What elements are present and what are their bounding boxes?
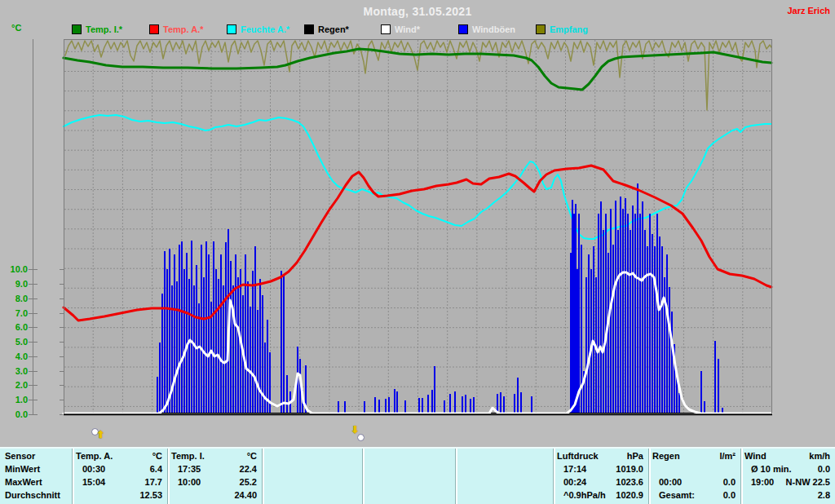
table-cell: 17:3522.4	[171, 464, 257, 474]
cell-label: Temp. A.	[76, 451, 113, 461]
y-tick-label: 5.0	[0, 337, 28, 347]
legend-label: Feuchte A.*	[241, 24, 289, 34]
table-cell: Regenl/m²	[652, 451, 736, 461]
table-cell: Temp. I.°C	[171, 451, 257, 461]
table-column-divider	[740, 449, 743, 504]
y-tick-label: 10.0	[0, 264, 28, 274]
table-column-divider	[72, 449, 74, 504]
y-tick-label: 6.0	[0, 322, 28, 332]
legend-item-tempa: Temp. A.*	[149, 24, 204, 34]
legend-label: Temp. A.*	[163, 24, 204, 34]
legend-item-windben: Windböen	[458, 24, 515, 34]
wind-swatch	[381, 24, 391, 34]
cell-value: °C	[247, 451, 257, 461]
up-arrow-icon: ⬆	[96, 431, 104, 439]
legend-item-feuchtea: Feuchte A.*	[227, 24, 289, 34]
cell-value: 25.2	[240, 477, 257, 487]
table-column-divider	[553, 449, 555, 504]
table-cell: 15:0417.7	[76, 477, 162, 487]
legend-label: Temp. I.*	[86, 24, 122, 34]
y-tick-label: 3.0	[0, 366, 28, 376]
cell-label	[744, 490, 751, 500]
cell-value: l/m²	[719, 451, 736, 461]
cell-value: 2.8	[818, 490, 830, 500]
cell-label: 00:00	[652, 477, 682, 487]
cell-value: 0.0	[818, 464, 830, 474]
humidity-swatch	[227, 24, 236, 34]
cell-label: 17:14	[557, 464, 586, 474]
cell-value: N-NW 22.5	[786, 477, 830, 487]
table-cell: 10:0025.2	[171, 477, 257, 487]
table-row-label: Sensor	[5, 451, 70, 461]
weather-chart-plot[interactable]	[24, 36, 783, 419]
table-cell: Ø 10 min.0.0	[744, 464, 830, 474]
page-title: Montag, 31.05.2021	[0, 5, 835, 18]
table-cell: 00:241023.6	[557, 477, 643, 487]
cell-value: 1023.6	[616, 477, 643, 487]
y-tick-label: 7.0	[0, 308, 28, 318]
cell-value: 1020.9	[616, 490, 643, 500]
table-row-label: Durchschnitt	[5, 490, 70, 500]
table-cell: 2.8	[744, 490, 830, 500]
cell-value: 22.4	[240, 464, 257, 474]
reception-swatch	[536, 24, 546, 34]
table-column-divider	[648, 449, 651, 504]
cell-label: Gesamt:	[652, 490, 695, 500]
table-cell: 19:00N-NW 22.5	[744, 477, 830, 487]
table-cell: Windkm/h	[744, 451, 830, 461]
legend-label: Regen*	[318, 24, 349, 34]
table-cell: Gesamt:0.0	[652, 490, 736, 500]
cell-value: 24.40	[234, 490, 257, 500]
y-tick-label: 1.0	[0, 395, 28, 405]
cell-value: 17.7	[145, 477, 162, 487]
cell-label: Ø 10 min.	[744, 464, 792, 474]
cell-label: ^0.9hPa/h	[557, 490, 606, 500]
moonrise-marker-icon: ⬆	[91, 428, 104, 441]
legend-label: Wind*	[395, 24, 420, 34]
y-tick-label: 4.0	[0, 351, 28, 361]
user-name: Jarz Erich	[787, 6, 830, 15]
cell-value: 6.4	[150, 464, 162, 474]
legend-item-wind: Wind*	[381, 24, 420, 34]
table-cell: ^0.9hPa/h1020.9	[557, 490, 643, 500]
cell-value: 0.0	[723, 477, 736, 487]
cell-label: 19:00	[744, 477, 774, 487]
cell-label: 10:00	[171, 477, 201, 487]
table-cell: Temp. A.°C	[76, 451, 162, 461]
cell-label: 00:24	[557, 477, 586, 487]
legend-item-regen: Regen*	[304, 24, 349, 34]
rain-swatch	[304, 24, 314, 34]
table-column-divider	[167, 449, 170, 504]
weather-app-window: Montag, 31.05.2021 Jarz Erich °C Temp. I…	[0, 0, 835, 504]
y-tick-label: 8.0	[0, 294, 28, 303]
cell-label: Wind	[744, 451, 767, 461]
legend-label: Empfang	[550, 24, 588, 34]
cell-value: 1019.0	[616, 464, 643, 474]
table-row-label: MaxWert	[5, 477, 70, 487]
table-cell: 24.40	[171, 490, 257, 500]
cell-label: 17:35	[171, 464, 201, 474]
table-row-label: MinWert	[5, 464, 70, 474]
cell-label	[171, 490, 178, 500]
cell-value: °C	[152, 451, 162, 461]
legend-item-empfang: Empfang	[536, 24, 588, 34]
table-cell: 17:141019.0	[557, 464, 643, 474]
sensor-stats-table: SensorMinWertMaxWertDurchschnittTemp. A.…	[0, 447, 835, 504]
gust-swatch	[458, 24, 468, 34]
cell-label: Regen	[652, 451, 680, 461]
legend-label: Windböen	[472, 24, 515, 34]
table-cell: 00:000.0	[652, 477, 736, 487]
y-tick-label: 9.0	[0, 279, 28, 289]
temp-outside-swatch	[149, 24, 159, 34]
down-arrow-icon: ⬇	[351, 426, 359, 434]
cell-label: Luftdruck	[557, 451, 599, 461]
table-column-divider	[362, 449, 364, 504]
cell-label: 15:04	[76, 477, 105, 487]
cell-value: 0.0	[723, 490, 736, 500]
table-cell: LuftdruckhPa	[557, 451, 643, 461]
legend-item-tempi: Temp. I.*	[72, 24, 122, 34]
cell-label: Temp. I.	[171, 451, 205, 461]
cell-value: hPa	[627, 451, 643, 461]
table-cell: 12.53	[76, 490, 162, 500]
cell-label: 00:30	[76, 464, 105, 474]
